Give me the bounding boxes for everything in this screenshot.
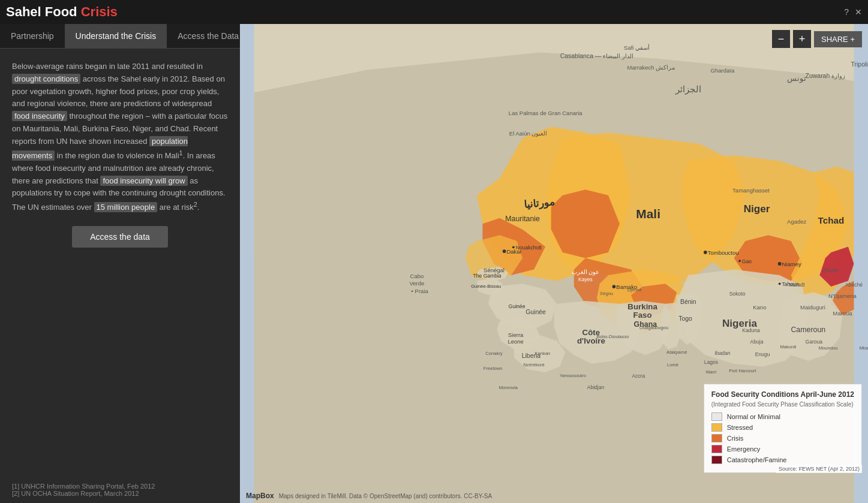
svg-text:Mali: Mali <box>636 207 660 221</box>
svg-text:Kaduna: Kaduna <box>742 327 760 333</box>
svg-text:El Aaiún العيون: El Aaiún العيون <box>509 130 548 137</box>
access-data-button[interactable]: Access the data <box>72 226 168 248</box>
svg-text:Djenné: Djenné <box>627 287 642 293</box>
svg-text:Verde: Verde <box>410 280 425 287</box>
svg-text:• Praia: • Praia <box>412 288 429 294</box>
legend-title: Food Security Conditions April-June 2012 <box>711 390 854 399</box>
svg-text:Niger: Niger <box>744 203 770 215</box>
svg-text:Sokoto: Sokoto <box>729 291 746 297</box>
svg-text:Makurdi: Makurdi <box>780 344 796 350</box>
content-area: Below-average rains began in late 2011 a… <box>0 49 240 477</box>
share-button[interactable]: SHARE + <box>814 31 862 47</box>
help-button[interactable]: ? <box>844 7 849 17</box>
million-people-highlight: 15 million people <box>94 202 158 212</box>
svg-point-56 <box>778 262 782 266</box>
tab-partnership[interactable]: Partnership <box>0 24 65 48</box>
svg-text:Kayes: Kayes <box>578 276 593 282</box>
svg-text:Bénin: Bénin <box>680 299 696 305</box>
close-button[interactable]: ✕ <box>855 7 862 17</box>
app-title-crisis: Crisis <box>81 4 118 19</box>
footnotes-area: [1] UNHCR Information Sharing Portal, Fe… <box>0 477 240 503</box>
svg-text:Niamey: Niamey <box>782 261 801 267</box>
footnote-1: [1] UNHCR Information Sharing Portal, Fe… <box>12 483 228 490</box>
svg-text:Tripoli طرابلس: Tripoli طرابلس <box>851 61 868 68</box>
svg-point-48 <box>512 246 515 248</box>
svg-point-54 <box>738 260 741 262</box>
main-layout: Partnership Understand the Crisis Access… <box>0 24 868 503</box>
food-insecurity-highlight: food insecurity <box>12 111 67 121</box>
svg-text:Ghardaïa: Ghardaïa <box>711 67 735 74</box>
tab-understand[interactable]: Understand the Crisis <box>65 24 167 48</box>
drought-highlight: drought conditions <box>12 74 80 84</box>
svg-text:Accra: Accra <box>632 373 645 379</box>
legend-label-emergency: Emergency <box>727 445 761 453</box>
svg-text:Conakry: Conakry <box>485 351 503 356</box>
zoom-in-button[interactable]: + <box>793 30 811 48</box>
svg-text:Lagos: Lagos <box>704 359 718 365</box>
svg-text:Leone: Leone <box>507 338 523 345</box>
legend-item-catastrophe: Catastrophe/Famine <box>711 456 854 464</box>
left-panel: Partnership Understand the Crisis Access… <box>0 24 240 503</box>
text-at-risk: are at risk <box>157 203 194 212</box>
map-area[interactable]: − + SHARE + <box>240 24 868 503</box>
svg-text:Abéché: Abéché <box>845 282 863 288</box>
svg-text:Tombouctou: Tombouctou <box>708 249 739 256</box>
mapbox-logo: MapBox <box>246 492 274 500</box>
svg-text:Sierra: Sierra <box>508 332 524 338</box>
svg-text:Tamanghasset: Tamanghasset <box>732 187 770 194</box>
svg-text:Enugu: Enugu <box>755 351 770 357</box>
legend-color-stressed <box>711 423 722 432</box>
tab-access[interactable]: Access the Data <box>167 24 250 48</box>
svg-text:Maroua: Maroua <box>833 310 852 317</box>
svg-text:Marrakech مراكش: Marrakech مراكش <box>627 64 675 71</box>
legend-label-catastrophe: Catastrophe/Famine <box>727 456 787 463</box>
zoom-out-button[interactable]: − <box>772 30 790 48</box>
legend-subtitle: (Integrated Food Security Phase Classifi… <box>711 401 854 408</box>
svg-text:Zinder: Zinder <box>823 267 840 273</box>
svg-text:Burkina: Burkina <box>627 302 657 311</box>
footnote-2: [2] UN OCHA Situation Report, March 2012 <box>12 490 228 497</box>
svg-text:Agadez: Agadez <box>787 218 807 225</box>
svg-text:Abidjan: Abidjan <box>587 384 605 390</box>
svg-text:Mbamba: Mbamba <box>859 345 868 351</box>
nav-tabs: Partnership Understand the Crisis Access… <box>0 24 240 49</box>
map-top-controls: − + SHARE + <box>772 30 862 48</box>
svg-text:Guinée-Bissau: Guinée-Bissau <box>471 284 501 289</box>
svg-point-46 <box>503 249 506 253</box>
svg-text:Maiduguri: Maiduguri <box>800 304 825 311</box>
svg-marker-6 <box>551 189 620 258</box>
svg-text:Abuja: Abuja <box>750 339 764 345</box>
legend-item-normal: Normal or Minimal <box>711 412 854 421</box>
svg-text:Ibadan: Ibadan <box>714 350 730 356</box>
svg-text:Ouagadougou: Ouagadougou <box>639 325 668 330</box>
svg-point-58 <box>779 282 781 285</box>
legend-color-crisis <box>711 434 722 442</box>
legend-label-crisis: Crisis <box>727 435 744 442</box>
svg-text:Las Palmas de Gran Canaria: Las Palmas de Gran Canaria <box>509 110 582 116</box>
legend-item-crisis: Crisis <box>711 434 854 442</box>
svg-text:Zuwarah زوارة: Zuwarah زوارة <box>806 73 846 80</box>
svg-text:Monrovia: Monrovia <box>499 385 518 390</box>
svg-point-50 <box>612 285 616 288</box>
app-title: Sahel Food Crisis <box>6 4 118 20</box>
svg-text:Garoua: Garoua <box>806 339 823 345</box>
svg-text:Atakpamé: Atakpamé <box>666 350 687 355</box>
svg-text:Freetown: Freetown <box>483 366 503 371</box>
svg-text:Nzérékoré: Nzérékoré <box>524 362 545 368</box>
legend-item-emergency: Emergency <box>711 445 854 453</box>
text-end: . <box>197 203 200 212</box>
svg-text:Warri: Warri <box>705 369 716 375</box>
svg-text:Cameroun: Cameroun <box>791 326 825 334</box>
svg-text:عون الغرب: عون الغرب <box>572 269 600 276</box>
svg-text:Tchad: Tchad <box>818 215 845 225</box>
svg-text:Kano: Kano <box>753 304 766 311</box>
legend-color-emergency <box>711 445 722 453</box>
svg-text:تونس: تونس <box>787 74 806 83</box>
legend-item-stressed: Stressed <box>711 423 854 432</box>
svg-text:Faso: Faso <box>633 311 652 320</box>
legend-label-stressed: Stressed <box>727 424 753 431</box>
svg-text:Safi أسفي: Safi أسفي <box>624 44 650 51</box>
content-text: Below-average rains began in late 2011 a… <box>12 61 228 214</box>
svg-text:Maradī: Maradī <box>789 282 805 288</box>
svg-text:Moundou: Moundou <box>819 345 838 351</box>
